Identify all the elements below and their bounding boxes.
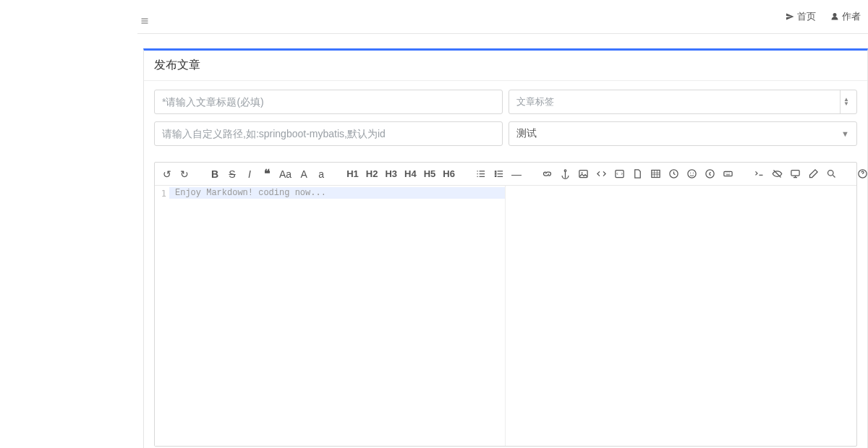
h5-button[interactable]: H5 xyxy=(424,168,436,179)
panel-title: 发布文章 xyxy=(144,51,867,81)
help-button[interactable] xyxy=(857,168,868,179)
tag-spinner-icon[interactable]: ▲▼ xyxy=(840,90,849,113)
chevron-down-icon: ▼ xyxy=(841,129,849,138)
article-tags-placeholder: 文章标签 xyxy=(516,95,554,108)
monitor-button[interactable] xyxy=(790,168,801,179)
nav-home-label: 首页 xyxy=(797,10,816,23)
lowercase-button[interactable]: a xyxy=(316,168,326,180)
hr-button[interactable]: — xyxy=(511,168,522,180)
sidebar-collapse-button[interactable] xyxy=(140,16,149,23)
nav-author-label: 作者 xyxy=(842,10,861,23)
bold-button[interactable]: B xyxy=(210,168,220,180)
copyright-button[interactable] xyxy=(705,168,715,179)
eraser-button[interactable] xyxy=(808,168,819,179)
eye-off-button[interactable] xyxy=(772,168,783,179)
code-button[interactable] xyxy=(596,168,607,179)
strikethrough-button[interactable]: S xyxy=(227,168,237,180)
form-rows: 文章标签 ▲▼ 测试 ▼ xyxy=(144,81,867,162)
quote-button[interactable]: ❝ xyxy=(262,167,272,181)
link-button[interactable] xyxy=(542,168,553,179)
paper-plane-icon xyxy=(786,12,794,21)
article-title-input[interactable] xyxy=(154,90,503,114)
anchor-button[interactable] xyxy=(560,168,571,179)
main-area: 发布文章 文章标签 ▲▼ 测试 xyxy=(137,33,868,448)
markdown-editor: ↺ ↻ B S I ❝ Aa A a H1 H2 H3 xyxy=(154,162,857,447)
terminal-button[interactable] xyxy=(754,168,765,179)
h2-button[interactable]: H2 xyxy=(366,168,378,179)
italic-button[interactable]: I xyxy=(244,168,255,180)
editor-toolbar: ↺ ↻ B S I ❝ Aa A a H1 H2 H3 xyxy=(155,163,856,186)
h4-button[interactable]: H4 xyxy=(404,168,417,179)
nav-home[interactable]: 首页 xyxy=(786,10,816,23)
unordered-list-button[interactable] xyxy=(475,168,486,179)
editor-placeholder: Enjoy Markdown! coding now... xyxy=(169,186,505,200)
code-editor[interactable]: Enjoy Markdown! coding now... xyxy=(169,186,506,446)
uppercase-button[interactable]: A xyxy=(299,168,309,180)
user-icon xyxy=(830,12,839,21)
publish-panel: 发布文章 文章标签 ▲▼ 测试 xyxy=(143,48,868,448)
svg-point-5 xyxy=(688,170,696,178)
svg-point-7 xyxy=(693,173,694,173)
custom-path-input[interactable] xyxy=(154,121,503,146)
image-button[interactable] xyxy=(578,168,589,179)
editor-body: 1 Enjoy Markdown! coding now... xyxy=(155,186,856,446)
undo-button[interactable]: ↺ xyxy=(162,168,172,180)
h3-button[interactable]: H3 xyxy=(385,168,397,179)
redo-button[interactable]: ↻ xyxy=(179,168,190,180)
category-select[interactable]: 测试 ▼ xyxy=(509,121,857,146)
search-button[interactable] xyxy=(826,168,837,179)
keyboard-button[interactable] xyxy=(723,168,733,179)
codeblock-button[interactable] xyxy=(614,168,625,179)
topbar: 首页 作者 xyxy=(0,0,868,33)
font-case-button[interactable]: Aa xyxy=(279,168,292,180)
file-button[interactable] xyxy=(632,168,643,179)
h1-button[interactable]: H1 xyxy=(346,168,359,179)
h6-button[interactable]: H6 xyxy=(443,168,455,179)
ordered-list-button[interactable] xyxy=(493,168,504,179)
line-gutter: 1 xyxy=(155,186,169,446)
svg-point-1 xyxy=(582,172,583,173)
table-button[interactable] xyxy=(650,168,661,179)
article-tags-input[interactable]: 文章标签 ▲▼ xyxy=(509,90,857,114)
svg-rect-10 xyxy=(791,171,799,176)
svg-rect-9 xyxy=(724,171,732,176)
svg-rect-3 xyxy=(652,171,660,178)
clock-button[interactable] xyxy=(668,168,679,179)
svg-point-6 xyxy=(690,173,691,173)
line-number: 1 xyxy=(155,189,166,199)
nav-author[interactable]: 作者 xyxy=(830,10,861,23)
emoji-button[interactable] xyxy=(686,168,697,179)
category-selected-value: 测试 xyxy=(516,127,537,140)
svg-point-11 xyxy=(827,171,833,176)
preview-pane xyxy=(506,186,856,446)
